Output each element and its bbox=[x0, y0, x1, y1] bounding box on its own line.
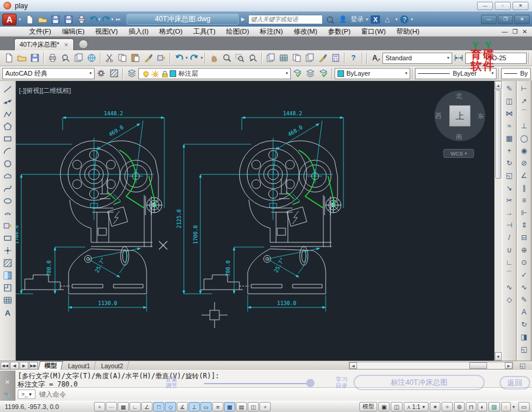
tab-prev-button[interactable]: ◀ bbox=[10, 362, 19, 369]
window-close-button[interactable]: ✕ bbox=[512, 2, 528, 10]
dim-linear-button[interactable] bbox=[517, 82, 531, 95]
point-button[interactable] bbox=[1, 244, 15, 257]
layer-isolate-button[interactable] bbox=[317, 67, 330, 80]
dim-style-combo[interactable]: ISO-25 bbox=[465, 53, 527, 64]
command-close-icon[interactable]: ✕ bbox=[5, 379, 9, 385]
zoom-window-button[interactable] bbox=[233, 52, 246, 64]
chamfer-button[interactable] bbox=[502, 256, 517, 268]
zoom-previous-button[interactable] bbox=[246, 52, 259, 64]
annovis-button[interactable] bbox=[430, 402, 440, 411]
signin-label[interactable]: 登录 bbox=[351, 15, 364, 24]
dim-diameter-button[interactable] bbox=[517, 157, 531, 169]
designcenter-button[interactable] bbox=[277, 52, 290, 64]
move-button[interactable] bbox=[502, 144, 517, 157]
dim-inspect-button[interactable] bbox=[517, 268, 531, 281]
dim-arc-button[interactable] bbox=[517, 107, 531, 119]
redo-button[interactable] bbox=[188, 52, 201, 64]
scroll-down-icon[interactable]: ▼ bbox=[495, 352, 502, 361]
stretch-button[interactable] bbox=[502, 181, 517, 194]
paste-button[interactable] bbox=[129, 52, 142, 64]
polyline-button[interactable] bbox=[1, 108, 15, 120]
trim-button[interactable] bbox=[502, 194, 517, 206]
menu-modify[interactable]: 修改(M) bbox=[288, 27, 322, 36]
dim-radius-button[interactable] bbox=[517, 132, 531, 144]
workspace-combo[interactable]: AutoCAD 经典▾ bbox=[2, 68, 95, 79]
lineweight-combo[interactable]: By bbox=[501, 68, 531, 79]
model-space-button[interactable]: 模型 bbox=[359, 402, 377, 411]
menu-parametric[interactable]: 参数(P) bbox=[323, 27, 356, 36]
viewcube-east[interactable]: 东 bbox=[478, 112, 484, 121]
color-combo[interactable]: ByLayer▾ bbox=[335, 68, 410, 79]
help-button[interactable] bbox=[347, 52, 360, 64]
toolbar-unlock-button[interactable] bbox=[488, 402, 499, 411]
bulb-status-button[interactable] bbox=[501, 402, 511, 411]
arc-button[interactable] bbox=[1, 145, 15, 157]
acad-restore-button[interactable]: ❐ bbox=[498, 15, 513, 24]
scale-button[interactable] bbox=[502, 169, 517, 181]
qat-saveas-button[interactable] bbox=[63, 14, 74, 25]
viewcube-top-face[interactable]: 上 bbox=[449, 105, 471, 126]
qat-redo-button[interactable] bbox=[102, 14, 113, 25]
acad-minimize-button[interactable]: — bbox=[481, 15, 497, 24]
osnap3d-toggle[interactable] bbox=[165, 402, 176, 411]
layer-properties-button[interactable] bbox=[125, 67, 138, 80]
menu-edit[interactable]: 编辑(E) bbox=[57, 27, 90, 36]
circle-button[interactable] bbox=[1, 157, 15, 170]
command-window-grip[interactable]: ✕ 🔧 bbox=[0, 371, 15, 401]
dim-tolerance-button[interactable] bbox=[517, 244, 531, 256]
wcs-menu[interactable]: WCS▾ bbox=[443, 149, 474, 158]
layout-button[interactable] bbox=[378, 402, 390, 411]
plot-preview-button[interactable] bbox=[59, 52, 72, 64]
dim-center-button[interactable] bbox=[517, 256, 531, 268]
layer-combo[interactable]: 标注层▾ bbox=[138, 68, 291, 79]
user-icon[interactable]: 👤 bbox=[337, 14, 349, 25]
dim-jogged-button[interactable] bbox=[517, 144, 531, 157]
autoscale-button[interactable] bbox=[442, 402, 452, 411]
menu-draw[interactable]: 绘图(D) bbox=[221, 27, 255, 36]
break-point-button[interactable] bbox=[502, 219, 517, 231]
scroll-right-icon[interactable]: ▶ bbox=[505, 362, 512, 369]
dim-style-button[interactable] bbox=[517, 330, 531, 343]
performance-button[interactable] bbox=[478, 402, 487, 411]
command-wrench-icon[interactable]: 🔧 bbox=[4, 391, 12, 399]
fillet-button[interactable] bbox=[502, 268, 517, 281]
a360-arrow-icon[interactable] bbox=[393, 13, 399, 25]
dyn-toggle[interactable] bbox=[200, 402, 212, 411]
matchprops-button[interactable] bbox=[142, 52, 155, 64]
mirror-button[interactable] bbox=[502, 107, 517, 119]
hatch-button[interactable] bbox=[1, 257, 15, 269]
horizontal-scrollbar[interactable]: ◀ ▶ bbox=[349, 362, 513, 369]
signin-arrow-icon[interactable] bbox=[364, 13, 369, 25]
open-button[interactable] bbox=[15, 52, 28, 64]
explode-button[interactable] bbox=[502, 293, 517, 306]
menu-view[interactable]: 视图(V) bbox=[90, 27, 123, 36]
spline-button[interactable] bbox=[1, 182, 15, 194]
copy-clip-button[interactable] bbox=[116, 52, 129, 64]
tab-next-button[interactable]: ▶ bbox=[20, 362, 28, 369]
make-block-button[interactable] bbox=[1, 232, 15, 244]
window-cascade-button[interactable] bbox=[517, 343, 531, 355]
erase-button[interactable] bbox=[502, 82, 517, 95]
menu-help[interactable]: 帮助(H) bbox=[391, 27, 425, 36]
qat-undo-button[interactable] bbox=[89, 14, 100, 25]
menu-dimension[interactable]: 标注(N) bbox=[255, 27, 288, 36]
ellipse-arc-button[interactable] bbox=[1, 207, 15, 219]
lock-ui-button[interactable] bbox=[466, 402, 476, 411]
ortho-toggle[interactable] bbox=[129, 402, 141, 411]
new-tab-button[interactable] bbox=[79, 40, 88, 49]
copy-button[interactable] bbox=[502, 95, 517, 107]
vscroll-thumb[interactable] bbox=[495, 90, 501, 179]
viewcube-west[interactable]: 西 bbox=[435, 112, 442, 121]
sheetset-button[interactable] bbox=[303, 52, 316, 64]
qat-plot-button[interactable] bbox=[76, 14, 87, 25]
workspace-settings-button[interactable] bbox=[95, 67, 108, 80]
dim-continue-button[interactable] bbox=[517, 206, 531, 219]
command-input[interactable] bbox=[39, 390, 275, 398]
tab-first-button[interactable]: ◀◀ bbox=[1, 362, 9, 369]
dim-style-icon[interactable] bbox=[452, 52, 465, 64]
mtext-button[interactable] bbox=[1, 306, 15, 319]
viewport-label[interactable]: [-][俯视][二维线框] bbox=[19, 86, 71, 95]
ducs-toggle[interactable] bbox=[189, 402, 200, 411]
app-menu-arrow-icon[interactable] bbox=[17, 13, 22, 25]
menu-format[interactable]: 格式(O) bbox=[154, 27, 188, 36]
